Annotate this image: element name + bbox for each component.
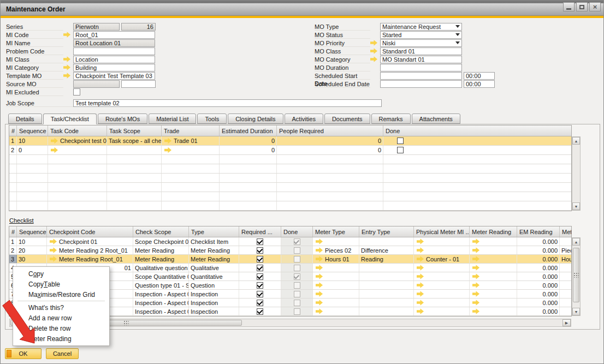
- empty-cell[interactable]: [17, 183, 48, 192]
- checkbox-icon[interactable]: [397, 147, 404, 153]
- checklist-vscrollbar[interactable]: ▲ ▼: [572, 237, 581, 316]
- cell-checkpoint-code[interactable]: Checkpoint 01: [47, 237, 133, 246]
- menu-item-delete-the-row[interactable]: Delete the row: [13, 323, 109, 333]
- cell-check-scope[interactable]: Inspection - Aspect 01,: [133, 299, 189, 307]
- table-row[interactable]: 110Checkpoint test 01Task scope - all ch…: [9, 136, 571, 146]
- cell-check-scope[interactable]: Meter Reading: [133, 246, 189, 254]
- link-arrow-icon[interactable]: [50, 256, 57, 262]
- link-arrow-icon[interactable]: [63, 56, 70, 62]
- cell-people-required[interactable]: 0: [277, 136, 383, 145]
- cell-meter-reading[interactable]: [470, 290, 517, 298]
- tab-remarks[interactable]: Remarks: [371, 114, 411, 124]
- cell-check-scope[interactable]: Qualitative question 01: [133, 264, 189, 272]
- column-header-[interactable]: #: [9, 126, 17, 136]
- empty-cell[interactable]: [17, 192, 48, 201]
- cell-done[interactable]: [281, 237, 313, 246]
- checkbox-icon[interactable]: [294, 265, 300, 271]
- tab-tools[interactable]: Tools: [197, 114, 227, 124]
- link-arrow-icon[interactable]: [417, 291, 424, 297]
- task-table-vscrollbar[interactable]: ▲ ▼: [572, 136, 581, 211]
- empty-cell[interactable]: [9, 201, 17, 210]
- tab-material-list[interactable]: Material List: [149, 114, 196, 124]
- column-header-checkpoint-code[interactable]: Checkpoint Code: [47, 226, 133, 237]
- scheduled-start-date-field-2[interactable]: 00:00: [464, 72, 495, 80]
- cell-em-reading[interactable]: 0.000: [517, 255, 560, 263]
- cell-em-reading[interactable]: 0.000: [517, 281, 560, 289]
- cell-check-scope[interactable]: Meter Reading: [133, 255, 189, 263]
- cell-entry-type[interactable]: [359, 299, 414, 307]
- empty-cell[interactable]: [383, 192, 572, 201]
- cell-meter-type[interactable]: Hours 01: [313, 255, 359, 263]
- cell-checkpoint-code[interactable]: Meter Reading Root_01: [47, 255, 133, 263]
- column-header-type[interactable]: Type: [189, 226, 239, 237]
- cell-estimated-duration[interactable]: 0: [220, 136, 277, 145]
- cell-meter-reading[interactable]: [470, 246, 517, 254]
- mi-code-field[interactable]: Root_01: [73, 31, 155, 39]
- cell-meter-type[interactable]: [313, 272, 359, 281]
- cell-meter-type[interactable]: [313, 290, 359, 298]
- column-header-em-reading[interactable]: EM Reading: [517, 226, 560, 237]
- empty-cell[interactable]: [220, 174, 277, 182]
- empty-cell[interactable]: [107, 201, 162, 210]
- empty-cell[interactable]: [162, 155, 220, 164]
- cell-done[interactable]: [281, 264, 313, 272]
- link-arrow-icon[interactable]: [472, 265, 479, 271]
- empty-cell[interactable]: [383, 155, 572, 164]
- cell-entry-type[interactable]: [359, 307, 414, 315]
- checkbox-icon[interactable]: [257, 291, 263, 297]
- column-header-estimated-duration[interactable]: Estimated Duration: [220, 126, 277, 136]
- menu-item-maximise-restore-grid[interactable]: Maximise/Restore Grid: [13, 289, 109, 300]
- cell-physical-meter-mi[interactable]: [414, 237, 470, 246]
- empty-cell[interactable]: [48, 174, 107, 182]
- mo-category-field[interactable]: MO Standart 01: [380, 56, 462, 63]
- empty-cell[interactable]: [162, 174, 220, 182]
- empty-cell[interactable]: [220, 155, 277, 164]
- empty-row[interactable]: [9, 192, 571, 201]
- cell-mete[interactable]: [560, 290, 572, 298]
- checkbox-icon[interactable]: [294, 247, 300, 254]
- mi-name-field[interactable]: Root Location 01: [73, 39, 155, 47]
- cell-required[interactable]: [239, 237, 281, 246]
- scheduled-end-date-field-2[interactable]: 00:00: [464, 80, 495, 88]
- mi-category-field[interactable]: Building: [73, 64, 155, 71]
- mo-class-field[interactable]: Standard 01: [380, 47, 462, 55]
- empty-cell[interactable]: [9, 174, 17, 182]
- cell-meter-type[interactable]: [313, 281, 359, 289]
- table-row[interactable]: 330Meter Reading Root_01Meter ReadingMet…: [9, 255, 571, 264]
- cell-physical-meter-mi[interactable]: [414, 272, 470, 281]
- cell-em-reading[interactable]: 0.000: [517, 307, 560, 315]
- cell-mete[interactable]: [560, 272, 572, 281]
- table-row[interactable]: 220Meter Reading 2 Root_01Meter ReadingM…: [9, 246, 571, 255]
- menu-item-copy[interactable]: Copy: [13, 268, 109, 279]
- empty-cell[interactable]: [220, 164, 277, 173]
- cell-type[interactable]: Checklist Item: [189, 237, 239, 246]
- cell-check-scope[interactable]: Question type 01 - Sco: [133, 281, 189, 289]
- empty-cell[interactable]: [17, 201, 48, 210]
- row-number-cell[interactable]: 2: [9, 246, 17, 254]
- link-arrow-icon[interactable]: [50, 247, 57, 253]
- empty-cell[interactable]: [383, 183, 572, 192]
- vscroll-thumb[interactable]: [573, 248, 579, 302]
- cell-meter-type[interactable]: [313, 299, 359, 307]
- link-arrow-icon[interactable]: [51, 138, 58, 144]
- cell-done[interactable]: [281, 255, 313, 263]
- menu-item-meter-reading[interactable]: Meter Reading: [13, 333, 109, 344]
- empty-cell[interactable]: [48, 201, 107, 210]
- link-arrow-icon[interactable]: [417, 282, 424, 288]
- link-arrow-icon[interactable]: [316, 308, 323, 314]
- template-mo-field[interactable]: Chackpoint Test Template 03: [73, 72, 155, 80]
- checkbox-icon[interactable]: [294, 256, 300, 262]
- row-number-cell[interactable]: 1: [9, 237, 17, 246]
- cell-physical-meter-mi[interactable]: [414, 281, 470, 289]
- empty-cell[interactable]: [383, 174, 572, 182]
- cell-type[interactable]: Question: [189, 281, 239, 289]
- mo-priority-field[interactable]: Niski: [380, 39, 462, 47]
- titlebar[interactable]: Maintenance Order: [1, 3, 603, 16]
- cell-check-scope[interactable]: Inspection - Aspect 01,: [133, 307, 189, 315]
- cell-task-scope[interactable]: [107, 146, 162, 154]
- cell-sequence[interactable]: 0: [17, 146, 48, 154]
- empty-cell[interactable]: [107, 155, 162, 164]
- minimize-button[interactable]: [563, 2, 575, 11]
- link-arrow-icon[interactable]: [472, 247, 479, 253]
- link-arrow-icon[interactable]: [316, 282, 323, 288]
